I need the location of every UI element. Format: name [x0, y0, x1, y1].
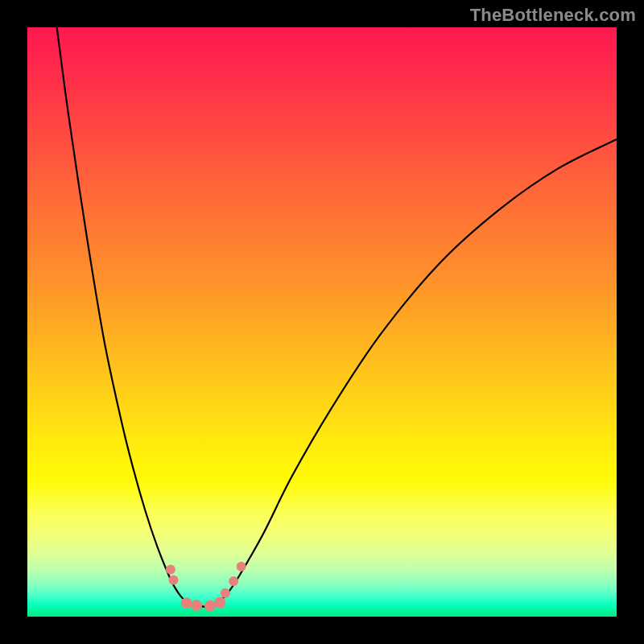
chart-frame: TheBottleneck.com: [0, 0, 644, 644]
data-marker: [221, 588, 230, 598]
valley-curve: [57, 27, 617, 607]
data-marker: [204, 601, 216, 612]
data-marker: [237, 562, 246, 572]
chart-svg: [27, 27, 617, 617]
data-marker: [214, 597, 225, 608]
data-markers: [166, 562, 246, 612]
watermark-text: TheBottleneck.com: [470, 5, 636, 26]
data-marker: [169, 576, 179, 585]
data-marker: [181, 597, 192, 609]
data-marker: [166, 564, 175, 574]
data-marker: [229, 576, 238, 586]
data-marker: [191, 600, 202, 611]
